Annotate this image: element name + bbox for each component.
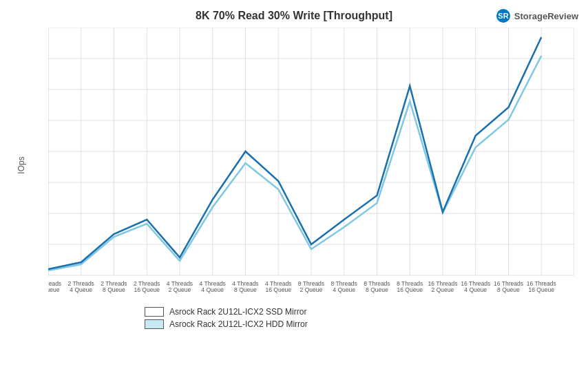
svg-text:2 Queue: 2 Queue — [300, 286, 323, 293]
legend-ssd-box — [145, 307, 164, 317]
svg-text:16 Queue: 16 Queue — [134, 286, 160, 293]
legend-hdd-box — [145, 319, 164, 329]
legend-item-hdd: Asrock Rack 2U12L-ICX2 HDD Mirror — [145, 319, 308, 329]
svg-text:16 Queue: 16 Queue — [265, 286, 291, 293]
svg-text:8 Queue: 8 Queue — [103, 286, 125, 293]
brand-name: StorageReview — [514, 11, 578, 21]
chart-container: 8K 70% Read 30% Write [Throughput] SR St… — [0, 0, 588, 371]
brand-icon: SR — [496, 8, 511, 23]
svg-text:4 Queue: 4 Queue — [464, 286, 487, 293]
svg-text:2 Queue: 2 Queue — [169, 286, 191, 293]
chart-area: 310,000 271,250 232,500 193,750 155,000 … — [48, 28, 574, 296]
svg-text:4 Queue: 4 Queue — [333, 286, 355, 293]
svg-text:4 Queue: 4 Queue — [70, 286, 92, 293]
legend-ssd-label: Asrock Rack 2U12L-ICX2 SSD Mirror — [169, 307, 306, 317]
legend-item-ssd: Asrock Rack 2U12L-ICX2 SSD Mirror — [145, 307, 306, 317]
svg-text:16 Queue: 16 Queue — [528, 286, 554, 293]
svg-text:16 Queue: 16 Queue — [397, 286, 423, 293]
chart-svg: 310,000 271,250 232,500 193,750 155,000 … — [48, 28, 574, 296]
legend: Asrock Rack 2U12L-ICX2 SSD Mirror Asrock… — [145, 307, 581, 329]
y-axis-label: IOps — [17, 156, 26, 173]
svg-text:2 Queue: 2 Queue — [48, 286, 60, 293]
brand-logo: SR StorageReview — [496, 8, 578, 23]
legend-hdd-label: Asrock Rack 2U12L-ICX2 HDD Mirror — [169, 319, 308, 329]
svg-text:8 Queue: 8 Queue — [497, 286, 520, 293]
svg-text:2 Queue: 2 Queue — [432, 286, 454, 293]
svg-text:4 Queue: 4 Queue — [201, 286, 224, 293]
svg-text:8 Queue: 8 Queue — [366, 286, 388, 293]
svg-text:SR: SR — [498, 12, 508, 20]
hdd-mirror-line — [48, 56, 541, 271]
svg-text:8 Queue: 8 Queue — [234, 286, 257, 293]
